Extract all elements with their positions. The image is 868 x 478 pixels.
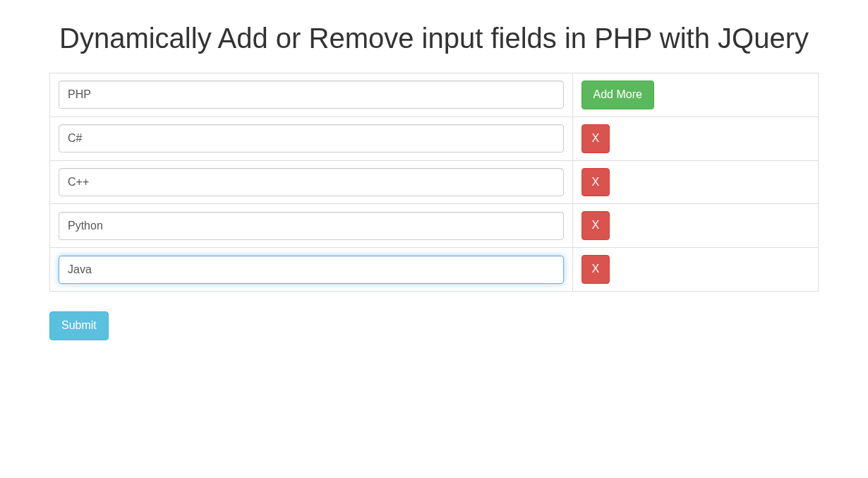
table-row: X: [50, 248, 819, 292]
action-cell: X: [572, 204, 818, 248]
name-input[interactable]: [59, 168, 564, 196]
input-cell: [50, 73, 573, 117]
remove-button[interactable]: X: [581, 255, 610, 284]
name-input[interactable]: [59, 212, 564, 240]
input-cell: [50, 160, 573, 204]
name-input[interactable]: [59, 256, 564, 284]
input-cell: [50, 248, 573, 292]
page-title: Dynamically Add or Remove input fields i…: [49, 21, 819, 55]
input-cell: [50, 116, 573, 160]
input-cell: [50, 204, 573, 248]
name-input[interactable]: [59, 124, 564, 153]
remove-button[interactable]: X: [581, 211, 610, 240]
action-cell: X: [572, 116, 818, 160]
table-row: X: [50, 160, 819, 204]
fields-table: Add More X X X X: [49, 73, 819, 292]
remove-button[interactable]: X: [581, 124, 610, 153]
submit-button[interactable]: Submit: [49, 311, 109, 340]
action-cell: X: [572, 248, 818, 292]
table-row: Add More: [50, 73, 819, 117]
name-input[interactable]: [59, 80, 564, 109]
table-row: X: [50, 116, 819, 160]
remove-button[interactable]: X: [581, 168, 610, 197]
action-cell: X: [572, 160, 818, 204]
action-cell: Add More: [572, 73, 818, 117]
table-row: X: [50, 204, 819, 248]
add-more-button[interactable]: Add More: [581, 80, 654, 109]
